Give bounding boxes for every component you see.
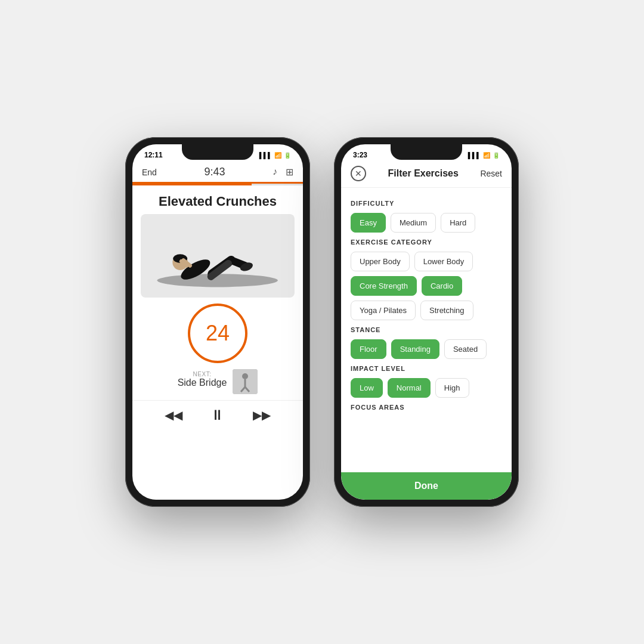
- focus-section-title: FOCUS AREAS: [351, 404, 502, 411]
- category-yoga-pilates[interactable]: Yoga / Pilates: [351, 301, 416, 320]
- workout-nav: End 9:43 ♪ ⊞: [132, 163, 303, 184]
- wifi-icon-1: 📶: [274, 152, 281, 159]
- next-exercise-info: NEXT: Side Bridge: [178, 371, 227, 388]
- stance-floor[interactable]: Floor: [351, 339, 386, 359]
- signal-icon-2: ▌▌▌: [468, 152, 481, 159]
- impact-buttons: Low Normal High: [351, 378, 502, 398]
- filter-nav: ✕ Filter Exercises Reset: [341, 163, 512, 188]
- exercise-image: [141, 214, 294, 298]
- difficulty-section-title: DIFFICULTY: [351, 200, 502, 207]
- phone-1: 12:11 ▌▌▌ 📶 🔋 End 9:43 ♪ ⊞: [125, 137, 310, 507]
- reset-button[interactable]: Reset: [480, 169, 502, 178]
- signal-icon-1: ▌▌▌: [259, 152, 272, 159]
- progress-bar: [132, 184, 303, 185]
- end-button[interactable]: End: [142, 168, 157, 177]
- next-exercise-thumb: [233, 369, 258, 394]
- notch-2: [391, 144, 462, 160]
- stance-buttons: Floor Standing Seated: [351, 339, 502, 359]
- filter-content: DIFFICULTY Easy Medium Hard EXERCISE CAT…: [341, 188, 512, 496]
- category-upper-body[interactable]: Upper Body: [351, 252, 410, 271]
- countdown-timer: 24: [188, 304, 247, 363]
- impact-normal[interactable]: Normal: [388, 378, 431, 398]
- nav-icons: ♪ ⊞: [273, 166, 293, 178]
- wifi-icon-2: 📶: [483, 152, 490, 159]
- close-icon: ✕: [355, 169, 362, 178]
- rewind-button[interactable]: ◀◀: [165, 408, 182, 422]
- category-buttons: Upper Body Lower Body Core Strength Card…: [351, 252, 502, 320]
- stance-standing[interactable]: Standing: [391, 339, 439, 359]
- status-icons-2: ▌▌▌ 📶 🔋: [468, 152, 500, 159]
- pause-button[interactable]: ⏸: [210, 407, 225, 423]
- time-1: 12:11: [144, 151, 163, 159]
- close-button[interactable]: ✕: [351, 166, 366, 181]
- category-cardio[interactable]: Cardio: [422, 276, 462, 296]
- category-section-title: EXERCISE CATEGORY: [351, 239, 502, 246]
- category-lower-body[interactable]: Lower Body: [414, 252, 473, 271]
- impact-low[interactable]: Low: [351, 378, 383, 398]
- phone-2: 3:23 ▌▌▌ 📶 🔋 ✕ Filter Exercises Reset DI…: [334, 137, 519, 507]
- difficulty-buttons: Easy Medium Hard: [351, 213, 502, 233]
- filter-title: Filter Exercises: [388, 168, 459, 179]
- difficulty-medium[interactable]: Medium: [391, 213, 436, 233]
- svg-point-11: [242, 373, 248, 379]
- category-core-strength[interactable]: Core Strength: [351, 276, 417, 296]
- settings-icon[interactable]: ⊞: [286, 166, 293, 178]
- status-icons-1: ▌▌▌ 📶 🔋: [259, 152, 291, 159]
- difficulty-easy[interactable]: Easy: [351, 213, 386, 233]
- next-label: NEXT:: [193, 371, 212, 377]
- workout-timer: 9:43: [204, 166, 225, 178]
- impact-section-title: IMPACT LEVEL: [351, 365, 502, 372]
- stance-section-title: STANCE: [351, 326, 502, 333]
- battery-icon-1: 🔋: [284, 152, 291, 159]
- next-exercise-name: Side Bridge: [178, 377, 227, 388]
- done-button[interactable]: Done: [341, 472, 512, 500]
- exercise-title: Elevated Crunches: [132, 185, 303, 214]
- category-stretching[interactable]: Stretching: [420, 301, 473, 320]
- impact-high[interactable]: High: [435, 378, 469, 398]
- next-exercise-row: NEXT: Side Bridge: [132, 369, 303, 394]
- music-icon[interactable]: ♪: [273, 166, 277, 178]
- stance-seated[interactable]: Seated: [444, 339, 487, 359]
- difficulty-hard[interactable]: Hard: [441, 213, 475, 233]
- time-2: 3:23: [353, 151, 367, 159]
- forward-button[interactable]: ▶▶: [253, 408, 271, 422]
- playback-controls: ◀◀ ⏸ ▶▶: [132, 400, 303, 429]
- progress-fill: [132, 184, 252, 185]
- battery-icon-2: 🔋: [493, 152, 500, 159]
- notch-1: [182, 144, 253, 160]
